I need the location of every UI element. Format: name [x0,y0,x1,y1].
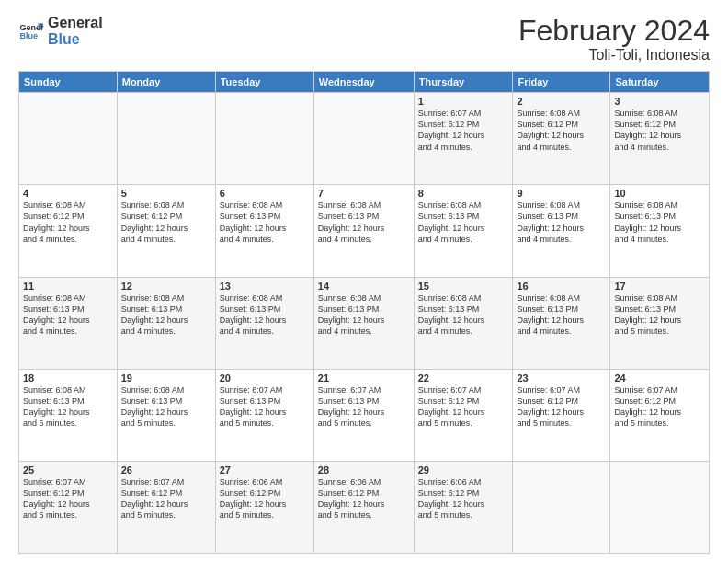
day-info: Sunrise: 6:07 AM Sunset: 6:12 PM Dayligh… [121,477,211,522]
calendar-cell [19,93,118,185]
title-block: February 2024 Toli-Toli, Indonesia [518,15,710,63]
calendar-cell: 23Sunrise: 6:07 AM Sunset: 6:12 PM Dayli… [513,369,610,461]
subtitle: Toli-Toli, Indonesia [518,47,710,63]
day-info: Sunrise: 6:08 AM Sunset: 6:12 PM Dayligh… [517,108,606,153]
calendar-cell: 18Sunrise: 6:08 AM Sunset: 6:13 PM Dayli… [19,369,118,461]
day-number: 23 [517,373,606,384]
calendar-week-row: 11Sunrise: 6:08 AM Sunset: 6:13 PM Dayli… [19,277,710,369]
calendar-cell [610,461,710,553]
day-number: 24 [614,373,705,384]
day-number: 19 [121,373,211,384]
day-number: 2 [517,96,606,107]
day-info: Sunrise: 6:08 AM Sunset: 6:13 PM Dayligh… [23,293,113,338]
day-number: 18 [23,373,113,384]
day-number: 16 [517,281,606,292]
calendar-cell: 12Sunrise: 6:08 AM Sunset: 6:13 PM Dayli… [117,277,215,369]
day-info: Sunrise: 6:08 AM Sunset: 6:12 PM Dayligh… [23,200,113,245]
calendar-cell: 17Sunrise: 6:08 AM Sunset: 6:13 PM Dayli… [610,277,710,369]
col-thursday: Thursday [414,72,513,93]
calendar-week-row: 25Sunrise: 6:07 AM Sunset: 6:12 PM Dayli… [19,461,710,553]
calendar-cell: 24Sunrise: 6:07 AM Sunset: 6:12 PM Dayli… [610,369,710,461]
day-number: 1 [418,96,509,107]
calendar-cell: 8Sunrise: 6:08 AM Sunset: 6:13 PM Daylig… [414,185,513,277]
day-info: Sunrise: 6:08 AM Sunset: 6:13 PM Dayligh… [517,200,606,245]
calendar-cell [117,93,215,185]
calendar-cell: 27Sunrise: 6:06 AM Sunset: 6:12 PM Dayli… [215,461,313,553]
day-info: Sunrise: 6:08 AM Sunset: 6:13 PM Dayligh… [121,385,211,430]
day-info: Sunrise: 6:08 AM Sunset: 6:13 PM Dayligh… [318,200,410,245]
col-monday: Monday [117,72,215,93]
day-number: 6 [220,188,310,199]
calendar-cell: 11Sunrise: 6:08 AM Sunset: 6:13 PM Dayli… [19,277,118,369]
day-number: 21 [318,373,410,384]
day-info: Sunrise: 6:08 AM Sunset: 6:13 PM Dayligh… [318,293,410,338]
calendar-cell: 4Sunrise: 6:08 AM Sunset: 6:12 PM Daylig… [19,185,118,277]
main-title: February 2024 [518,15,710,47]
day-info: Sunrise: 6:07 AM Sunset: 6:12 PM Dayligh… [418,108,509,153]
page-header: General Blue General Blue February 2024 … [18,15,710,63]
col-tuesday: Tuesday [215,72,313,93]
col-wednesday: Wednesday [313,72,414,93]
day-number: 29 [418,465,509,476]
day-info: Sunrise: 6:08 AM Sunset: 6:13 PM Dayligh… [614,200,705,245]
day-number: 5 [121,188,211,199]
day-number: 17 [614,281,705,292]
day-number: 8 [418,188,509,199]
day-info: Sunrise: 6:07 AM Sunset: 6:13 PM Dayligh… [318,385,410,430]
day-number: 3 [614,96,705,107]
day-info: Sunrise: 6:07 AM Sunset: 6:12 PM Dayligh… [517,385,606,430]
col-saturday: Saturday [610,72,710,93]
calendar-cell: 14Sunrise: 6:08 AM Sunset: 6:13 PM Dayli… [313,277,414,369]
day-info: Sunrise: 6:08 AM Sunset: 6:13 PM Dayligh… [614,293,705,338]
day-number: 12 [121,281,211,292]
day-number: 28 [318,465,410,476]
calendar-cell: 16Sunrise: 6:08 AM Sunset: 6:13 PM Dayli… [513,277,610,369]
calendar-cell: 28Sunrise: 6:06 AM Sunset: 6:12 PM Dayli… [313,461,414,553]
calendar-cell [215,93,313,185]
calendar-cell: 10Sunrise: 6:08 AM Sunset: 6:13 PM Dayli… [610,185,710,277]
day-number: 9 [517,188,606,199]
day-info: Sunrise: 6:07 AM Sunset: 6:12 PM Dayligh… [614,385,705,430]
logo: General Blue General Blue [18,15,103,47]
day-info: Sunrise: 6:06 AM Sunset: 6:12 PM Dayligh… [220,477,310,522]
day-number: 25 [23,465,113,476]
calendar-week-row: 4Sunrise: 6:08 AM Sunset: 6:12 PM Daylig… [19,185,710,277]
day-info: Sunrise: 6:08 AM Sunset: 6:13 PM Dayligh… [418,200,509,245]
col-friday: Friday [513,72,610,93]
logo-line2: Blue [48,31,103,48]
day-info: Sunrise: 6:08 AM Sunset: 6:13 PM Dayligh… [220,200,310,245]
day-number: 10 [614,188,705,199]
day-number: 15 [418,281,509,292]
calendar-cell [313,93,414,185]
calendar-cell: 29Sunrise: 6:06 AM Sunset: 6:12 PM Dayli… [414,461,513,553]
calendar-table: Sunday Monday Tuesday Wednesday Thursday… [18,71,710,554]
logo-icon: General Blue [18,18,44,44]
day-info: Sunrise: 6:07 AM Sunset: 6:12 PM Dayligh… [23,477,113,522]
calendar-cell [513,461,610,553]
day-info: Sunrise: 6:08 AM Sunset: 6:13 PM Dayligh… [418,293,509,338]
day-number: 7 [318,188,410,199]
calendar-cell: 20Sunrise: 6:07 AM Sunset: 6:13 PM Dayli… [215,369,313,461]
day-number: 22 [418,373,509,384]
calendar-week-row: 1Sunrise: 6:07 AM Sunset: 6:12 PM Daylig… [19,93,710,185]
calendar-cell: 3Sunrise: 6:08 AM Sunset: 6:12 PM Daylig… [610,93,710,185]
day-info: Sunrise: 6:06 AM Sunset: 6:12 PM Dayligh… [418,477,509,522]
day-number: 27 [220,465,310,476]
logo-line1: General [48,15,103,31]
day-info: Sunrise: 6:07 AM Sunset: 6:12 PM Dayligh… [418,385,509,430]
calendar-cell: 9Sunrise: 6:08 AM Sunset: 6:13 PM Daylig… [513,185,610,277]
day-info: Sunrise: 6:08 AM Sunset: 6:13 PM Dayligh… [23,385,113,430]
day-number: 14 [318,281,410,292]
day-number: 11 [23,281,113,292]
calendar-cell: 15Sunrise: 6:08 AM Sunset: 6:13 PM Dayli… [414,277,513,369]
calendar-cell: 25Sunrise: 6:07 AM Sunset: 6:12 PM Dayli… [19,461,118,553]
day-info: Sunrise: 6:08 AM Sunset: 6:13 PM Dayligh… [517,293,606,338]
day-info: Sunrise: 6:06 AM Sunset: 6:12 PM Dayligh… [318,477,410,522]
calendar-cell: 26Sunrise: 6:07 AM Sunset: 6:12 PM Dayli… [117,461,215,553]
calendar-cell: 2Sunrise: 6:08 AM Sunset: 6:12 PM Daylig… [513,93,610,185]
svg-text:Blue: Blue [19,31,38,40]
col-sunday: Sunday [19,72,118,93]
calendar-cell: 22Sunrise: 6:07 AM Sunset: 6:12 PM Dayli… [414,369,513,461]
day-info: Sunrise: 6:08 AM Sunset: 6:13 PM Dayligh… [220,293,310,338]
calendar-week-row: 18Sunrise: 6:08 AM Sunset: 6:13 PM Dayli… [19,369,710,461]
